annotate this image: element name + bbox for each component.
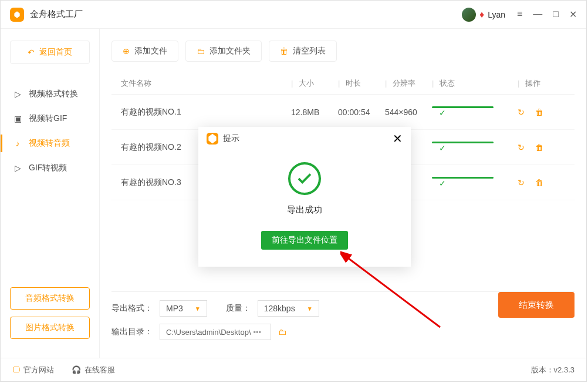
success-modal: 提示 ✕ 导出成功 前往导出文件位置 bbox=[198, 127, 411, 267]
convert-button[interactable]: 结束转换 bbox=[498, 292, 575, 318]
nav-video-audio[interactable]: ♪ 视频转音频 bbox=[10, 131, 90, 156]
file-duration: 00:00:54 bbox=[338, 107, 385, 117]
plus-icon: ⊕ bbox=[123, 46, 130, 56]
add-folder-button[interactable]: 🗀 添加文件夹 bbox=[185, 41, 262, 62]
app-logo bbox=[10, 8, 24, 22]
version-label: 版本：v2.3.3 bbox=[531, 365, 575, 375]
titlebar: 金舟格式工厂 ♦ Lyan ≡ — □ ✕ bbox=[1, 1, 586, 29]
output-path-input[interactable]: C:\Users\admin\Desktop\••• bbox=[160, 324, 271, 340]
username: Lyan bbox=[488, 10, 505, 19]
vip-icon: ♦ bbox=[479, 9, 484, 20]
modal-close-button[interactable]: ✕ bbox=[393, 132, 403, 146]
quality-select[interactable]: 128kbps▼ bbox=[258, 300, 319, 317]
minimize-icon[interactable]: — bbox=[533, 9, 542, 20]
monitor-icon: 🖵 bbox=[12, 365, 20, 374]
retry-icon[interactable]: ↻ bbox=[518, 107, 525, 117]
file-status: ✓ bbox=[432, 177, 508, 188]
format-select[interactable]: MP3▼ bbox=[160, 300, 207, 317]
tab-audio-convert[interactable]: 音频格式转换 bbox=[10, 287, 90, 310]
check-icon: ✓ bbox=[439, 143, 446, 153]
sidebar: ↶ 返回首页 ▷ 视频格式转换 ▣ 视频转GIF ♪ 视频转音频 ▷ GIF转视… bbox=[1, 29, 99, 358]
music-icon: ♪ bbox=[12, 138, 23, 149]
file-resolution: 544×960 bbox=[385, 107, 432, 117]
success-message: 导出成功 bbox=[287, 204, 322, 216]
file-status: ✓ bbox=[432, 106, 508, 117]
back-button[interactable]: ↶ 返回首页 bbox=[10, 41, 90, 64]
modal-logo bbox=[207, 133, 218, 145]
retry-icon[interactable]: ↻ bbox=[518, 178, 525, 187]
delete-icon[interactable]: 🗑 bbox=[535, 107, 543, 117]
table-header: 文件名称 |大小 |时长 |分辨率 |状态 |操作 bbox=[111, 72, 575, 95]
folder-icon: 🗀 bbox=[197, 46, 205, 56]
caret-down-icon: ▼ bbox=[307, 305, 313, 312]
table-row: 有趣的视频NO.1 12.8MB 00:00:54 544×960 ✓ ↻🗑 bbox=[111, 95, 575, 130]
file-size: 12.8MB bbox=[291, 107, 338, 117]
nav-gif-video[interactable]: ▷ GIF转视频 bbox=[10, 156, 90, 180]
goto-folder-button[interactable]: 前往导出文件位置 bbox=[261, 231, 348, 250]
support-link[interactable]: 🎧 在线客服 bbox=[72, 365, 115, 375]
add-file-button[interactable]: ⊕ 添加文件 bbox=[111, 41, 178, 62]
play-icon: ▷ bbox=[12, 163, 23, 173]
menu-icon[interactable]: ≡ bbox=[517, 9, 522, 20]
app-title: 金舟格式工厂 bbox=[30, 9, 462, 20]
clear-list-button[interactable]: 🗑 清空列表 bbox=[269, 41, 337, 62]
file-name: 有趣的视频NO.1 bbox=[121, 107, 291, 117]
avatar[interactable] bbox=[462, 8, 476, 22]
official-site-link[interactable]: 🖵 官方网站 bbox=[12, 365, 54, 375]
nav-video-convert[interactable]: ▷ 视频格式转换 bbox=[10, 82, 90, 106]
image-icon: ▣ bbox=[12, 113, 23, 124]
close-icon[interactable]: ✕ bbox=[569, 9, 577, 20]
modal-title: 提示 bbox=[223, 133, 393, 144]
retry-icon[interactable]: ↻ bbox=[518, 143, 525, 152]
delete-icon[interactable]: 🗑 bbox=[535, 178, 543, 187]
back-arrow-icon: ↶ bbox=[28, 48, 35, 57]
check-icon: ✓ bbox=[439, 179, 446, 188]
check-icon: ✓ bbox=[439, 108, 446, 117]
play-icon: ▷ bbox=[12, 89, 23, 99]
trash-icon: 🗑 bbox=[280, 46, 288, 56]
maximize-icon[interactable]: □ bbox=[553, 9, 559, 20]
bottom-bar: 导出格式： MP3▼ 质量： 128kbps▼ 输出目录： C:\Users\a… bbox=[111, 291, 575, 358]
browse-folder-icon[interactable]: 🗀 bbox=[278, 327, 286, 337]
caret-down-icon: ▼ bbox=[195, 305, 201, 312]
tab-image-convert[interactable]: 图片格式转换 bbox=[10, 317, 90, 339]
file-status: ✓ bbox=[432, 142, 508, 153]
headset-icon: 🎧 bbox=[72, 365, 81, 374]
nav-video-gif[interactable]: ▣ 视频转GIF bbox=[10, 106, 90, 131]
delete-icon[interactable]: 🗑 bbox=[535, 143, 543, 152]
success-check-icon bbox=[288, 162, 321, 195]
